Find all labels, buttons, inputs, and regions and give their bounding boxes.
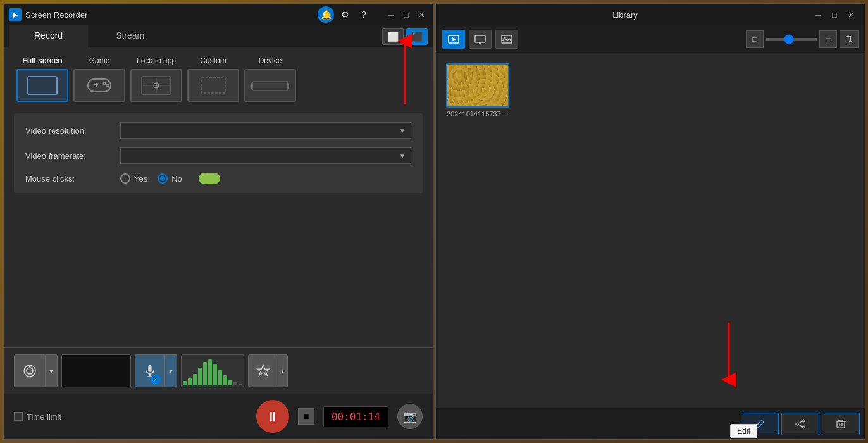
mic-dropdown-button[interactable]: ▼ <box>165 354 177 387</box>
svg-rect-13 <box>201 78 225 93</box>
camera-dropdown-button[interactable]: ▼ <box>46 354 58 387</box>
svg-rect-20 <box>148 365 152 372</box>
video-resolution-dropdown[interactable]: ▼ <box>120 122 411 139</box>
sort-button[interactable]: ⇅ <box>840 30 859 48</box>
notification-bell-button[interactable]: 🔔 <box>318 6 334 23</box>
video-resolution-label: Video resolution: <box>25 126 114 135</box>
mode-custom-label: Custom <box>200 56 226 65</box>
pause-button[interactable]: ⏸ <box>256 400 289 433</box>
camera-button[interactable] <box>14 354 46 387</box>
svg-point-32 <box>802 426 805 428</box>
timer-display: 00:01:14 <box>323 406 388 427</box>
svg-rect-15 <box>251 83 253 89</box>
audio-bar-7 <box>213 364 217 386</box>
radio-no-label: No <box>171 174 182 184</box>
mouse-clicks-no[interactable]: No <box>158 173 182 184</box>
svg-rect-16 <box>287 83 289 89</box>
minimize-button[interactable]: ─ <box>385 8 397 21</box>
recorder-title: Screen Recorder <box>25 10 314 20</box>
mode-row: Full screen Game <box>4 47 433 108</box>
svg-rect-28 <box>502 35 512 43</box>
camera-preview <box>61 354 131 387</box>
dropdown-arrow-icon: ▼ <box>399 153 406 159</box>
close-button[interactable]: ✕ <box>415 8 428 21</box>
filter-video-button[interactable] <box>442 30 465 49</box>
mode-fullscreen-label: Full screen <box>22 56 62 65</box>
audio-bar-1 <box>183 381 187 385</box>
edit-tooltip: Edit <box>730 424 757 438</box>
library-maximize-button[interactable]: □ <box>828 8 841 21</box>
library-thumbnail-image <box>447 65 508 106</box>
video-framerate-row: Video framerate: ▼ <box>25 147 411 164</box>
mic-group: ▼ ✓ <box>135 354 177 387</box>
tab-record[interactable]: Record <box>9 25 88 47</box>
windowed-view-button[interactable]: ⬜ <box>382 28 404 45</box>
svg-rect-25 <box>475 35 485 42</box>
mode-game[interactable]: Game <box>73 56 125 102</box>
audio-bar-5 <box>203 362 207 385</box>
time-limit-checkbox[interactable] <box>14 412 23 421</box>
fullscreen-view-button[interactable]: ⬛ <box>406 28 428 45</box>
svg-rect-1 <box>32 79 53 92</box>
library-close-button[interactable]: ✕ <box>845 8 857 21</box>
effects-dropdown-button[interactable]: + <box>278 354 288 387</box>
screenshot-button[interactable]: 📷 <box>397 404 423 429</box>
mode-fullscreen[interactable]: Full screen <box>16 56 68 102</box>
mode-device-label: Device <box>259 56 282 65</box>
help-button[interactable]: ? <box>356 6 372 23</box>
maximize-button[interactable]: □ <box>400 8 412 21</box>
radio-yes-label: Yes <box>134 174 147 184</box>
audio-bar-2 <box>188 378 192 386</box>
mic-active-indicator: ✓ <box>151 375 161 385</box>
library-toolbar: □ ▭ ⇅ <box>436 25 865 53</box>
mode-custom[interactable]: Custom <box>187 56 239 102</box>
mouse-clicks-label: Mouse clicks: <box>25 174 114 184</box>
filter-screen-button[interactable] <box>469 30 492 49</box>
mode-locktoapp-label: Lock to app <box>137 56 176 65</box>
view-large-button[interactable]: ▭ <box>819 30 837 48</box>
view-small-button[interactable]: □ <box>746 30 764 48</box>
delete-button[interactable] <box>822 413 860 435</box>
mode-device-icon <box>244 69 296 102</box>
stop-button[interactable]: ■ <box>298 408 314 425</box>
library-minimize-button[interactable]: ─ <box>812 8 824 21</box>
share-button[interactable] <box>781 413 819 435</box>
mode-device[interactable]: Device <box>244 56 296 102</box>
filter-image-button[interactable] <box>495 30 518 49</box>
svg-rect-4 <box>96 83 97 87</box>
mouse-clicks-row: Mouse clicks: Yes No <box>25 173 411 184</box>
mic-button[interactable] <box>135 354 165 387</box>
audio-bar-6 <box>208 359 212 385</box>
audio-bar-11 <box>233 382 237 385</box>
mouse-clicks-yes[interactable]: Yes <box>120 173 147 184</box>
svg-point-31 <box>796 423 798 425</box>
svg-point-5 <box>103 82 106 85</box>
view-buttons: ⬜ ⬛ <box>382 28 428 45</box>
audio-bar-9 <box>223 375 227 385</box>
mouse-clicks-options: Yes No <box>120 173 220 184</box>
library-view-controls: □ ▭ ⇅ <box>746 30 859 48</box>
time-limit-label: Time limit <box>27 412 61 421</box>
radio-no-circle <box>158 173 168 184</box>
mouse-clicks-toggle[interactable] <box>199 173 220 184</box>
recorder-title-bar: ▶ Screen Recorder 🔔 ⚙ ? ─ □ ✕ <box>4 4 433 25</box>
library-item-thumbnail <box>446 63 509 108</box>
size-slider[interactable] <box>766 38 817 41</box>
audio-visualizer <box>181 354 244 387</box>
library-title: Library <box>443 10 807 20</box>
mode-lock-to-app[interactable]: Lock to app <box>130 56 182 102</box>
library-item[interactable]: 20241014115737.... <box>446 63 509 118</box>
video-resolution-row: Video resolution: ▼ <box>25 122 411 139</box>
mode-locktoapp-icon <box>130 69 182 102</box>
effects-button[interactable] <box>248 354 278 387</box>
tab-stream[interactable]: Stream <box>90 25 170 47</box>
audio-bar-3 <box>193 374 197 385</box>
settings-button[interactable]: ⚙ <box>337 6 353 23</box>
video-framerate-label: Video framerate: <box>25 151 114 161</box>
video-framerate-dropdown[interactable]: ▼ <box>120 147 411 164</box>
app-icon: ▶ <box>9 8 22 21</box>
library-win-controls: ─ □ ✕ <box>812 8 857 21</box>
library-panel: Library ─ □ ✕ <box>435 3 865 440</box>
radio-yes-circle <box>120 173 130 184</box>
dropdown-arrow-icon: ▼ <box>399 127 406 134</box>
